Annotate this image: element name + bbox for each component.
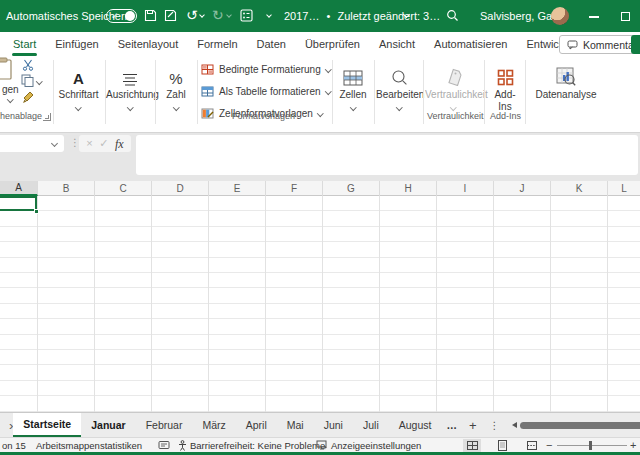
search-icon[interactable] — [446, 9, 459, 24]
name-box[interactable] — [0, 135, 64, 152]
page-break-view-button[interactable] — [523, 439, 541, 452]
title-bullet: • — [327, 10, 331, 22]
column-header-l[interactable]: L — [608, 181, 640, 196]
font-group-button[interactable]: A Schriftart — [54, 60, 103, 111]
tab-formeln[interactable]: Formeln — [197, 38, 237, 50]
sheet-tab-august[interactable]: August — [389, 413, 442, 437]
sheet-tab-maerz[interactable]: März — [192, 413, 235, 437]
column-header-f[interactable]: F — [266, 181, 323, 196]
maximize-button[interactable] — [621, 12, 630, 21]
column-header-h[interactable]: H — [380, 181, 437, 196]
tab-seitenlayout[interactable]: Seitenlayout — [118, 38, 179, 50]
scrollbar-thumb[interactable] — [520, 422, 640, 429]
number-group-button[interactable]: % Zahl — [156, 60, 196, 111]
formula-buttons: × ✓ fx — [79, 135, 131, 152]
tab-start[interactable]: Start — [13, 38, 36, 50]
sheet-tab-juni[interactable]: Juni — [314, 413, 353, 437]
sheet-tab-juli[interactable]: Juli — [353, 413, 389, 437]
format-painter-icon[interactable] — [22, 91, 35, 106]
tab-ansicht[interactable]: Ansicht — [379, 38, 415, 50]
cancel-icon: × — [86, 138, 92, 149]
cut-icon[interactable] — [22, 59, 34, 73]
cells-group-button[interactable]: Zellen — [334, 60, 372, 111]
column-header-i[interactable]: I — [437, 181, 494, 196]
tab-scroll-separator[interactable]: ⋮ — [484, 413, 506, 437]
column-header-a[interactable]: A — [0, 181, 38, 196]
column-header-d[interactable]: D — [152, 181, 209, 196]
new-sheet-button[interactable]: + — [462, 413, 484, 437]
fill-handle[interactable] — [34, 209, 39, 214]
tab-automatisieren[interactable]: Automatisieren — [434, 38, 507, 50]
editing-group-button[interactable]: Bearbeiten — [376, 60, 422, 111]
insert-function-button[interactable]: fx — [115, 138, 124, 150]
zoom-out-button[interactable]: − — [546, 438, 552, 452]
cell-styles-icon — [201, 108, 214, 119]
scroll-left-icon[interactable] — [512, 422, 517, 428]
minimize-button[interactable] — [589, 16, 599, 18]
sheet-tab-januar[interactable]: Januar — [81, 413, 135, 437]
accessibility-status[interactable]: Barrierefreiheit: Keine Probleme — [190, 438, 325, 452]
avatar[interactable] — [551, 7, 569, 25]
paste-label-partial[interactable]: gen — [2, 84, 19, 95]
group-separator — [332, 60, 333, 124]
display-settings[interactable]: Anzeigeeinstellungen — [331, 438, 421, 452]
formula-input[interactable] — [136, 135, 638, 175]
paste-icon[interactable] — [0, 57, 13, 83]
ribbon: gen henablage A Schriftart Ausrichtung — [0, 56, 640, 133]
group-separator — [423, 60, 424, 124]
title-bar: Automatisches Speichern ✓ ↺ ↻ 2017… • Zu… — [0, 0, 640, 32]
sensitivity-tag-icon — [425, 60, 482, 86]
tab-ueberpruefen[interactable]: Überprüfen — [305, 38, 360, 50]
sheet-tab-mai[interactable]: Mai — [277, 413, 314, 437]
horizontal-scrollbar[interactable] — [512, 413, 640, 437]
column-header-e[interactable]: E — [209, 181, 266, 196]
share-button-partial[interactable] — [631, 35, 640, 54]
display-settings-icon — [316, 438, 328, 452]
column-header-b[interactable]: B — [38, 181, 95, 196]
tab-einfuegen[interactable]: Einfügen — [55, 38, 98, 50]
copy-dropdown-icon[interactable] — [36, 78, 42, 84]
data-analysis-button[interactable]: Datenanalyse — [530, 60, 602, 100]
undo-dropdown-icon[interactable] — [199, 12, 205, 18]
chevron-down-icon — [127, 104, 133, 110]
column-header-c[interactable]: C — [95, 181, 152, 196]
undo-icon[interactable]: ↺ — [186, 8, 198, 22]
normal-view-button[interactable] — [463, 439, 481, 452]
sheet-tab-april[interactable]: April — [236, 413, 277, 437]
alignment-group-button[interactable]: Ausrichtung — [106, 60, 154, 111]
workbook-statistics[interactable]: Arbeitsmappenstatistiken — [36, 438, 142, 452]
keyboard-icon[interactable] — [158, 438, 170, 452]
save-icon[interactable] — [144, 9, 157, 24]
clipboard-dialog-launcher-icon[interactable] — [43, 113, 51, 121]
selected-cell-a1[interactable] — [0, 196, 37, 211]
document-title[interactable]: 2017… • Zuletzt geändert: 3… — [284, 10, 440, 22]
data-analysis-icon — [530, 60, 602, 86]
column-header-g[interactable]: G — [323, 181, 380, 196]
copy-icon[interactable] — [21, 74, 34, 89]
zoom-slider-track[interactable] — [557, 445, 627, 446]
zoom-slider-thumb[interactable] — [589, 441, 592, 450]
conditional-formatting-button[interactable]: Bedingte Formatierung — [201, 60, 330, 79]
sheet-nav-right-icon[interactable]: › — [0, 413, 13, 437]
tab-daten[interactable]: Daten — [257, 38, 286, 50]
toolbar-dropdown-icon[interactable] — [266, 12, 272, 18]
autosave-toggle[interactable]: ✓ — [106, 9, 137, 23]
quick-access-icon[interactable] — [240, 9, 253, 24]
column-header-j[interactable]: J — [494, 181, 551, 196]
worksheet-grid[interactable] — [0, 196, 640, 412]
sheet-tab-februar[interactable]: Februar — [136, 413, 193, 437]
accessibility-icon[interactable] — [178, 438, 187, 452]
addins-button[interactable]: Add- Ins — [487, 60, 523, 112]
sheet-tab-startseite[interactable]: Startseite — [13, 413, 81, 437]
chevron-down-icon — [325, 88, 331, 94]
toggle-knob — [125, 11, 135, 21]
status-left-partial: on 15 — [2, 438, 26, 452]
column-header-k[interactable]: K — [551, 181, 608, 196]
save-as-icon[interactable] — [164, 9, 177, 24]
paste-dropdown-icon[interactable] — [7, 96, 13, 102]
zoom-in-button[interactable]: + — [630, 438, 636, 452]
page-layout-view-button[interactable] — [493, 439, 511, 452]
format-as-table-button[interactable]: Als Tabelle formatieren — [201, 82, 330, 101]
comments-button[interactable]: Kommentare — [559, 35, 640, 54]
more-sheets-button[interactable]: … — [441, 413, 462, 437]
